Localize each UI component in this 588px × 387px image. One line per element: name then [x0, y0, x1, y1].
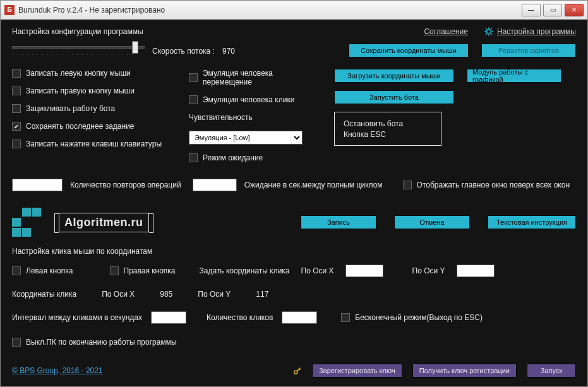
coord-x-value: 985: [160, 290, 172, 299]
record-button[interactable]: Запись: [301, 215, 376, 229]
repeat-count-input[interactable]: [12, 179, 63, 191]
maximize-button[interactable]: ▭: [543, 4, 562, 16]
right-btn-checkbox[interactable]: [110, 266, 119, 275]
emu-move-checkbox[interactable]: [189, 73, 198, 82]
axis-y-label-2: По Оси Y: [198, 290, 231, 299]
client-area: Настройка конфигурации программы Соглаше…: [1, 20, 587, 386]
get-key-button[interactable]: Получить ключ регистрации: [412, 364, 517, 378]
titlebar[interactable]: Б Burunduk Pro v.2.4 - Не зарегистрирова…: [1, 1, 587, 20]
stop-instructions: Остановить бота Кнопка ESC: [334, 112, 441, 146]
svg-point-0: [486, 30, 491, 34]
save-last-checkbox[interactable]: [12, 122, 21, 131]
gear-icon: [484, 27, 493, 36]
brand-logo: [12, 208, 41, 237]
script-editor-button[interactable]: Редактор скриптов: [481, 44, 576, 57]
click-section-heading: Настройка клика мыши по координатам: [12, 247, 576, 256]
speed-value: 970: [222, 47, 235, 56]
coord-click-label: Координаты клика: [12, 290, 76, 299]
minimize-button[interactable]: —: [522, 4, 541, 16]
axis-x-input[interactable]: [345, 265, 383, 277]
rec-keys-checkbox[interactable]: [12, 140, 21, 148]
click-count-label: Количество кликов: [207, 313, 273, 322]
infinite-checkbox[interactable]: [341, 313, 350, 322]
text-instruction-button[interactable]: Текстовая инструкция: [488, 215, 576, 229]
axis-x-label-2: По Оси X: [102, 290, 135, 299]
app-icon: Б: [4, 5, 15, 15]
interval-input[interactable]: [151, 311, 186, 324]
click-count-input[interactable]: [282, 311, 317, 324]
loop-checkbox[interactable]: [12, 104, 21, 113]
save-coords-button[interactable]: Сохранить координаты мыши: [349, 44, 469, 57]
axis-x-label: По Оси X: [301, 266, 334, 275]
key-icon: [293, 366, 302, 375]
topmost-checkbox[interactable]: [403, 181, 412, 189]
wait-sec-label: Ожидание в сек.между полным циклом: [244, 181, 383, 189]
close-button[interactable]: ✕: [565, 4, 584, 16]
sensitivity-select[interactable]: Эмуляция - [Low]: [189, 131, 303, 145]
window-title: Burunduk Pro v.2.4 - Не зарегистрировано: [18, 6, 522, 15]
cancel-button[interactable]: Отмена: [394, 215, 470, 229]
rec-right-checkbox[interactable]: [12, 86, 21, 95]
brand-box: Algoritmen.ru: [59, 213, 149, 232]
set-coords-label: Задать координаты клика: [200, 266, 290, 275]
agreement-link[interactable]: Соглашение: [424, 27, 467, 36]
emu-click-checkbox[interactable]: [189, 95, 198, 104]
wait-mode-checkbox[interactable]: [189, 153, 198, 162]
coord-y-value: 117: [256, 290, 268, 299]
load-coords-button[interactable]: Загрузить координаты мыши: [334, 69, 454, 83]
sensitivity-label: Чувствительность: [189, 113, 321, 122]
axis-y-label: По Оси Y: [412, 266, 445, 275]
program-settings-link[interactable]: Настройка программы: [497, 27, 576, 36]
axis-y-input[interactable]: [457, 265, 495, 277]
left-btn-checkbox[interactable]: [12, 266, 21, 275]
config-heading: Настройка конфигурации программы: [12, 27, 143, 36]
copyright-link[interactable]: © BPS Group, 2016 - 2021: [12, 366, 103, 375]
repeat-count-label: Количество повторов операций: [70, 181, 181, 189]
shutdown-checkbox[interactable]: [12, 338, 21, 347]
app-window: Б Burunduk Pro v.2.4 - Не зарегистрирова…: [0, 0, 588, 387]
speed-label: Скорость потока :: [152, 47, 215, 56]
launch-button[interactable]: Запуск: [527, 364, 576, 378]
wait-sec-input[interactable]: [193, 179, 237, 191]
speed-slider[interactable]: · · · · · · · · · · · · · · · · · · · · …: [12, 42, 145, 60]
graphics-module-button[interactable]: Модуль работы с графикой: [467, 69, 561, 83]
interval-label: Интервал между кликами в секундах: [12, 313, 142, 322]
register-key-button[interactable]: Зарегистрировать ключ: [312, 364, 402, 378]
start-bot-button[interactable]: Запустить бота: [334, 90, 454, 104]
rec-left-checkbox[interactable]: [12, 69, 21, 78]
